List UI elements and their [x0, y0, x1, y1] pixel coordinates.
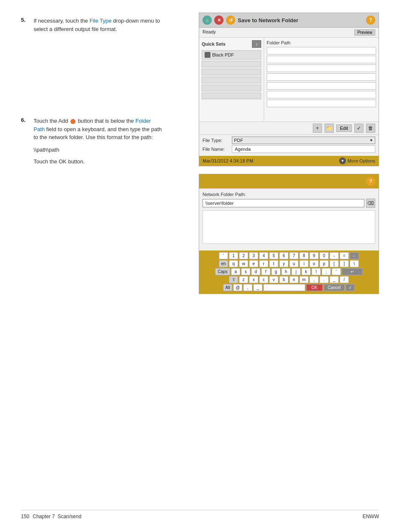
kb-key-f[interactable]: f	[261, 268, 270, 275]
delete-button[interactable]: 🗑	[366, 124, 375, 133]
step-5-text-before: If necessary, touch the	[34, 18, 89, 24]
kb-key-underscore[interactable]: _	[330, 276, 339, 283]
kb-key-check[interactable]: ✓	[345, 284, 355, 291]
kb-key-space[interactable]	[263, 284, 305, 291]
kb-key-minus[interactable]: -	[330, 252, 339, 259]
kb-key-comma2[interactable]: ,	[243, 284, 252, 291]
kb-key-quote[interactable]: '	[332, 268, 341, 275]
kb-key-alt[interactable]: Alt	[223, 284, 232, 291]
kb-key-q[interactable]: q	[229, 260, 238, 267]
dropdown-arrow-icon: ▼	[369, 138, 373, 142]
step-6-subtext: \\path\path Touch the OK button.	[34, 146, 164, 167]
chapter-label: Chapter 7	[33, 514, 55, 519]
kb-key-2[interactable]: 2	[239, 252, 248, 259]
kb-key-w[interactable]: w	[239, 260, 248, 267]
home-icon[interactable]: ⌂	[203, 15, 212, 25]
kb-key-backslash[interactable]: \	[350, 260, 359, 267]
kb-key-e[interactable]: e	[249, 260, 258, 267]
kb-key-3[interactable]: 3	[249, 252, 258, 259]
kb-key-g[interactable]: g	[271, 268, 281, 275]
kb-key-rbracket[interactable]: ]	[340, 260, 349, 267]
ok-highlight: OK	[59, 158, 67, 165]
kb-key-a[interactable]: a	[231, 268, 240, 275]
refresh-icon[interactable]: ↺	[226, 15, 235, 25]
kb-key-c[interactable]: c	[259, 276, 268, 283]
kb-key-o[interactable]: o	[309, 260, 319, 267]
fp-field-3[interactable]	[267, 65, 376, 72]
qs-sort-icon[interactable]: ↕	[252, 40, 261, 48]
kb-key-5[interactable]: 5	[269, 252, 278, 259]
kb-key-h[interactable]: h	[281, 268, 291, 275]
kb-key-v[interactable]: v	[269, 276, 278, 283]
kb-key-at[interactable]: @	[233, 284, 242, 291]
kb-key-slash[interactable]: /	[340, 276, 349, 283]
network-folder-input[interactable]: \\server\folder	[203, 199, 364, 207]
kb-key-u[interactable]: u	[289, 260, 299, 267]
more-options-button[interactable]: ▼ More Options	[339, 158, 375, 164]
qs-empty-2	[202, 69, 261, 75]
kb-key-backspace[interactable]: ←	[350, 252, 359, 259]
check-button[interactable]: ✓	[354, 124, 364, 133]
fp-field-2[interactable]	[267, 56, 376, 63]
kb-key-7[interactable]: 7	[289, 252, 299, 259]
step-6-text: Touch the Add button that is below the F…	[34, 117, 164, 142]
kb-key-0[interactable]: 0	[319, 252, 329, 259]
file-type-dropdown[interactable]: PDF ▼	[232, 137, 375, 144]
kb-key-underscore2[interactable]: _	[253, 284, 262, 291]
footer-chapter-label: Chapter 7 Scan/send	[33, 514, 81, 519]
close-icon[interactable]: ✕	[214, 15, 223, 25]
screen2-network-folder: ? Network Folder Path: \\server\folder ⌫…	[199, 174, 379, 294]
kb-key-d[interactable]: d	[251, 268, 260, 275]
kb-key-t[interactable]: t	[269, 260, 278, 267]
fp-field-7[interactable]	[267, 100, 376, 107]
kb-key-lbracket[interactable]: [	[330, 260, 339, 267]
kb-key-6[interactable]: 6	[279, 252, 288, 259]
edit-button[interactable]: Edit	[336, 124, 352, 132]
kb-key-y[interactable]: y	[279, 260, 288, 267]
screen1-body: Quick Sets ↕ Black PDF Fol	[199, 38, 379, 121]
kb-key-k[interactable]: k	[301, 268, 311, 275]
kb-key-z[interactable]: z	[239, 276, 248, 283]
kb-key-8[interactable]: 8	[299, 252, 309, 259]
kb-key-cancel[interactable]: Cancel	[324, 284, 345, 291]
fp-field-5[interactable]	[267, 82, 376, 90]
kb-key-lang[interactable]: en	[219, 260, 228, 267]
nf-clear-button[interactable]: ⌫	[366, 199, 375, 208]
kb-key-period[interactable]: .	[319, 276, 329, 283]
kb-key-semicolon[interactable]: ;	[322, 268, 331, 275]
kb-key-equals[interactable]: =	[340, 252, 349, 259]
fp-field-6[interactable]	[267, 91, 376, 98]
kb-key-comma[interactable]: ,	[309, 276, 319, 283]
folder-icon-button[interactable]: 📁	[325, 124, 334, 133]
kb-key-n[interactable]: n	[289, 276, 299, 283]
kb-key-4[interactable]: 4	[259, 252, 268, 259]
screen2-help-icon[interactable]: ?	[366, 177, 375, 186]
kb-key-1[interactable]: 1	[229, 252, 238, 259]
fp-field-4[interactable]	[267, 73, 376, 81]
kb-key-l[interactable]: l	[312, 268, 321, 275]
kb-key-apostrophe[interactable]: '	[219, 252, 228, 259]
file-type-label: File Type:	[203, 138, 232, 143]
kb-key-s[interactable]: s	[241, 268, 250, 275]
qs-item-black-pdf[interactable]: Black PDF	[202, 50, 261, 59]
screen1-footer: Mar/31/2012 4:34:18 PM ▼ More Options	[199, 156, 379, 166]
kb-key-enter[interactable]: ↵	[342, 268, 363, 275]
kb-key-caps[interactable]: Caps	[215, 268, 230, 275]
kb-key-i[interactable]: i	[299, 260, 309, 267]
preview-button[interactable]: Preview	[354, 29, 375, 36]
kb-key-m[interactable]: m	[299, 276, 309, 283]
kb-key-j[interactable]: j	[291, 268, 301, 275]
file-name-value[interactable]: Agenda	[232, 145, 375, 153]
qs-empty-4	[202, 85, 261, 91]
add-folder-button[interactable]: +	[313, 124, 322, 133]
fp-field-1[interactable]	[267, 47, 376, 54]
kb-key-r[interactable]: r	[259, 260, 268, 267]
kb-key-ok[interactable]: OK	[306, 284, 323, 291]
kb-key-b[interactable]: b	[279, 276, 288, 283]
kb-key-x[interactable]: x	[249, 276, 258, 283]
kb-key-9[interactable]: 9	[309, 252, 319, 259]
keyboard: ' 1 2 3 4 5 6 7 8 9 0 - = ← en	[199, 251, 379, 294]
kb-key-shift[interactable]: ⇧	[229, 276, 238, 283]
kb-key-p[interactable]: p	[319, 260, 329, 267]
help-icon[interactable]: ?	[366, 15, 375, 25]
